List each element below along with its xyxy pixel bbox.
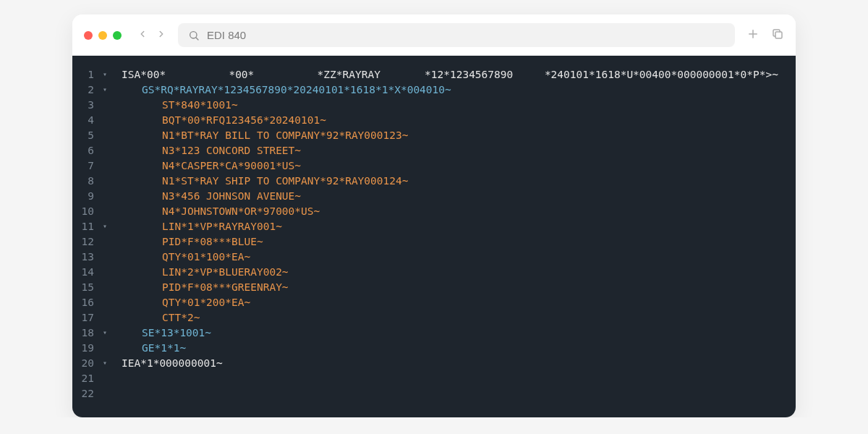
line-number: 2 <box>72 82 101 98</box>
code-line: 1 ▾ ISA*00* *00* *ZZ*RAYRAY *12*12345678… <box>72 67 796 82</box>
search-bar <box>178 23 735 47</box>
chevron-right-icon <box>156 29 166 39</box>
copy-icon <box>771 27 784 41</box>
code-text: N3*456 JOHNSON AVENUE~ <box>122 189 301 204</box>
code-line: 22 <box>72 386 796 401</box>
svg-line-1 <box>196 38 198 40</box>
code-line: 16 QTY*01*200*EA~ <box>72 295 796 310</box>
titlebar <box>72 14 796 56</box>
code-text: LIN*2*VP*BLUERAY002~ <box>122 265 289 280</box>
code-text: N4*CASPER*CA*90001*US~ <box>122 158 301 174</box>
search-icon <box>188 30 200 41</box>
code-line: 17 CTT*2~ <box>72 310 796 326</box>
line-number: 7 <box>72 158 101 174</box>
titlebar-actions <box>746 27 784 43</box>
new-tab-button[interactable] <box>746 27 760 43</box>
line-number: 10 <box>72 204 101 219</box>
code-line: 9 N3*456 JOHNSON AVENUE~ <box>72 189 796 204</box>
search-input[interactable] <box>207 29 725 41</box>
code-text: N1*ST*RAY SHIP TO COMPANY*92*RAY000124~ <box>122 174 408 189</box>
line-number: 22 <box>72 386 101 401</box>
nav-arrows <box>137 29 166 42</box>
code-line: 18 ▾ SE*13*1001~ <box>72 326 796 341</box>
line-number: 17 <box>72 310 101 326</box>
code-line: 19 GE*1*1~ <box>72 341 796 356</box>
nav-forward-button[interactable] <box>156 29 166 42</box>
maximize-window-button[interactable] <box>113 31 122 40</box>
code-line: 2 ▾ GS*RQ*RAYRAY*1234567890*20240101*161… <box>72 82 796 98</box>
code-text: ST*840*1001~ <box>122 98 238 113</box>
code-line: 12 PID*F*08***BLUE~ <box>72 234 796 250</box>
close-window-button[interactable] <box>84 31 93 40</box>
code-line: 4 BQT*00*RFQ123456*20240101~ <box>72 113 796 128</box>
code-line: 13 QTY*01*100*EA~ <box>72 250 796 265</box>
code-line: 3 ST*840*1001~ <box>72 98 796 113</box>
code-text: N3*123 CONCORD STREET~ <box>122 143 301 158</box>
code-line: 6 N3*123 CONCORD STREET~ <box>72 143 796 158</box>
line-number: 16 <box>72 295 101 310</box>
line-number: 3 <box>72 98 101 113</box>
code-text: N4*JOHNSTOWN*OR*97000*US~ <box>122 204 320 219</box>
svg-rect-4 <box>775 32 782 38</box>
line-number: 20 <box>72 356 101 371</box>
plus-icon <box>746 27 760 41</box>
line-number: 18 <box>72 326 101 341</box>
line-number: 4 <box>72 113 101 128</box>
code-text: LIN*1*VP*RAYRAY001~ <box>122 219 282 234</box>
line-number: 5 <box>72 128 101 143</box>
code-line: 20 ▾ IEA*1*000000001~ <box>72 356 796 371</box>
fold-toggle[interactable]: ▾ <box>103 358 107 369</box>
code-line: 10 N4*JOHNSTOWN*OR*97000*US~ <box>72 204 796 219</box>
code-text: BQT*00*RFQ123456*20240101~ <box>122 113 326 128</box>
code-text: QTY*01*200*EA~ <box>122 295 250 310</box>
code-editor[interactable]: 1 ▾ ISA*00* *00* *ZZ*RAYRAY *12*12345678… <box>72 56 796 417</box>
code-text: N1*BT*RAY BILL TO COMPANY*92*RAY000123~ <box>122 128 408 143</box>
fold-toggle[interactable]: ▾ <box>103 221 107 232</box>
fold-toggle[interactable]: ▾ <box>103 85 107 95</box>
code-text: GS*RQ*RAYRAY*1234567890*20240101*1618*1*… <box>122 82 451 98</box>
code-text: GE*1*1~ <box>122 341 186 356</box>
line-number: 6 <box>72 143 101 158</box>
code-text: CTT*2~ <box>122 310 200 326</box>
minimize-window-button[interactable] <box>98 31 107 40</box>
code-line: 11 ▾ LIN*1*VP*RAYRAY001~ <box>72 219 796 234</box>
line-number: 14 <box>72 265 101 280</box>
code-text: ISA*00* *00* *ZZ*RAYRAY *12*1234567890 *… <box>122 67 778 82</box>
code-text: PID*F*08***BLUE~ <box>122 234 263 250</box>
code-line: 14 LIN*2*VP*BLUERAY002~ <box>72 265 796 280</box>
line-number: 11 <box>72 219 101 234</box>
chevron-left-icon <box>137 29 148 39</box>
code-line: 7 N4*CASPER*CA*90001*US~ <box>72 158 796 174</box>
traffic-lights <box>84 31 122 40</box>
code-line: 21 <box>72 371 796 386</box>
line-number: 12 <box>72 234 101 250</box>
fold-toggle[interactable]: ▾ <box>103 69 107 80</box>
code-line: 8 N1*ST*RAY SHIP TO COMPANY*92*RAY000124… <box>72 174 796 189</box>
fold-toggle[interactable]: ▾ <box>103 328 107 339</box>
copy-button[interactable] <box>771 27 784 43</box>
code-text: PID*F*08***GREENRAY~ <box>122 280 289 295</box>
code-line: 5 N1*BT*RAY BILL TO COMPANY*92*RAY000123… <box>72 128 796 143</box>
code-text: SE*13*1001~ <box>122 326 211 341</box>
line-number: 9 <box>72 189 101 204</box>
code-text: QTY*01*100*EA~ <box>122 250 250 265</box>
code-line: 15 PID*F*08***GREENRAY~ <box>72 280 796 295</box>
line-number: 1 <box>72 67 101 82</box>
code-text: IEA*1*000000001~ <box>122 356 223 371</box>
line-number: 13 <box>72 250 101 265</box>
line-number: 21 <box>72 371 101 386</box>
line-number: 8 <box>72 174 101 189</box>
nav-back-button[interactable] <box>137 29 148 42</box>
line-number: 15 <box>72 280 101 295</box>
line-number: 19 <box>72 341 101 356</box>
editor-window: 1 ▾ ISA*00* *00* *ZZ*RAYRAY *12*12345678… <box>72 14 796 417</box>
